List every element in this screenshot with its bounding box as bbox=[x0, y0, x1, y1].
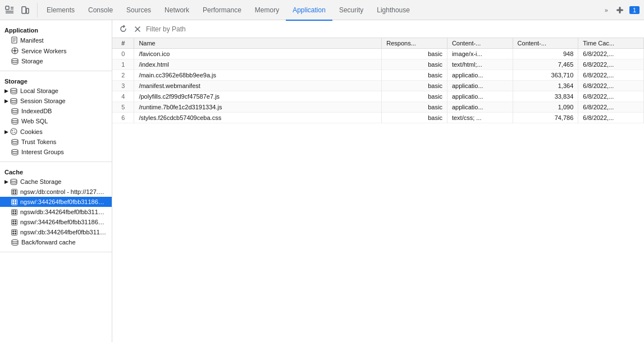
svg-rect-50 bbox=[15, 230, 16, 232]
cell-1-0: 1 bbox=[112, 59, 134, 70]
inspect-icon[interactable] bbox=[2, 3, 17, 17]
sidebar-item-2-2[interactable]: ngsw/:344264fbef0fbb311866c4d26f99f8ee bbox=[0, 197, 112, 207]
svg-point-26 bbox=[12, 149, 18, 151]
item-icon bbox=[11, 36, 17, 44]
table-row[interactable]: 0/favicon.icobasicimage/x-i...9486/8/202… bbox=[112, 49, 644, 59]
col-header-4: Content-... bbox=[513, 38, 578, 49]
tab-performance[interactable]: Performance bbox=[196, 1, 248, 21]
cell-4-2: basic bbox=[382, 91, 447, 102]
table-row[interactable]: 4/polyfills.c2f99d9cf47587e7.jsbasicappl… bbox=[112, 91, 644, 102]
sidebar-section-2: Cache▶Cache Storagengsw:/db:control - ht… bbox=[0, 162, 112, 252]
tab-memory[interactable]: Memory bbox=[248, 1, 286, 21]
cell-5-2: basic bbox=[382, 102, 447, 113]
table-row[interactable]: 6/styles.f26cdcb57409ceba.cssbasictext/c… bbox=[112, 113, 644, 123]
svg-rect-45 bbox=[15, 220, 16, 222]
tab-console[interactable]: Console bbox=[81, 1, 120, 21]
device-icon[interactable] bbox=[18, 3, 33, 17]
more-tabs-button[interactable]: » bbox=[600, 0, 613, 20]
sidebar-item-2-3[interactable]: ngsw/db:344264fbef0fbb311866c4d26f99f bbox=[0, 207, 112, 217]
sidebar-item-1-0[interactable]: ▶Local Storage bbox=[0, 86, 112, 96]
cell-2-4: 363,710 bbox=[513, 70, 578, 81]
cache-table: #NameRespons...Content-...Content-...Tim… bbox=[112, 38, 644, 342]
sidebar-item-label: ngsw/:344264fbef0fbb311866c4d26f99f8ee bbox=[20, 198, 107, 205]
cell-0-5: 6/8/2022,... bbox=[578, 49, 644, 59]
svg-rect-34 bbox=[12, 200, 14, 202]
sidebar-item-label: Web SQL bbox=[21, 118, 48, 124]
cell-4-1: /polyfills.c2f99d9cf47587e7.js bbox=[134, 91, 382, 102]
sidebar-item-1-5[interactable]: Trust Tokens bbox=[0, 137, 112, 147]
sidebar-item-1-6[interactable]: Interest Groups bbox=[0, 147, 112, 157]
arrow-icon: ▶ bbox=[4, 98, 8, 104]
item-icon bbox=[11, 47, 19, 54]
sidebar-item-label: ngsw/db:344264fbef0fbb311866c4d26f99f bbox=[20, 209, 107, 215]
refresh-button[interactable] bbox=[117, 23, 129, 35]
svg-rect-52 bbox=[15, 233, 16, 234]
item-icon bbox=[11, 199, 17, 205]
sidebar-section-title-0: Application bbox=[0, 25, 112, 35]
table-row[interactable]: 5/runtime.7b0fe1c2d3191334.jsbasicapplic… bbox=[112, 102, 644, 113]
filter-bar bbox=[112, 20, 644, 38]
cell-4-5: 6/8/2022,... bbox=[578, 91, 644, 102]
item-icon bbox=[11, 219, 17, 225]
item-icon bbox=[10, 98, 17, 104]
col-header-0: # bbox=[112, 38, 134, 49]
item-icon bbox=[11, 58, 19, 64]
tab-application[interactable]: Application bbox=[286, 1, 332, 21]
sidebar-item-0-2[interactable]: Storage bbox=[0, 56, 112, 66]
table-row[interactable]: 1/index.htmlbasictext/html;...7,4656/8/2… bbox=[112, 59, 644, 70]
tab-security[interactable]: Security bbox=[332, 1, 370, 21]
sidebar-item-1-2[interactable]: IndexedDB bbox=[0, 106, 112, 116]
sidebar: ApplicationManifestService WorkersStorag… bbox=[0, 20, 112, 342]
tab-network[interactable]: Network bbox=[158, 1, 196, 21]
svg-rect-37 bbox=[15, 202, 16, 204]
cell-0-2: basic bbox=[382, 49, 447, 59]
sidebar-item-2-6[interactable]: Back/forward cache bbox=[0, 237, 112, 247]
sidebar-item-label: Service Workers bbox=[21, 48, 66, 54]
tab-lighthouse[interactable]: Lighthouse bbox=[370, 1, 417, 21]
sidebar-sections: ApplicationManifestService WorkersStorag… bbox=[0, 20, 112, 252]
sidebar-item-1-3[interactable]: Web SQL bbox=[0, 116, 112, 126]
cell-6-2: basic bbox=[382, 113, 447, 123]
sidebar-item-2-1[interactable]: ngsw:/db:control - http://127.0.0.1:8080 bbox=[0, 187, 112, 197]
sidebar-item-label: Local Storage bbox=[20, 87, 58, 94]
arrow-icon: ▶ bbox=[4, 129, 8, 135]
svg-rect-30 bbox=[15, 190, 16, 192]
cell-1-4: 7,465 bbox=[513, 59, 578, 70]
table-row[interactable]: 3/manifest.webmanifestbasicapplicatio...… bbox=[112, 81, 644, 91]
sidebar-item-0-1[interactable]: Service Workers bbox=[0, 45, 112, 56]
item-icon bbox=[11, 139, 19, 145]
settings-icon[interactable] bbox=[613, 3, 627, 17]
sidebar-item-2-5[interactable]: ngsw/:db:344264fbef0fbb311866c4d26f99f bbox=[0, 227, 112, 237]
svg-point-25 bbox=[12, 139, 18, 141]
cell-6-3: text/css; ... bbox=[447, 113, 513, 123]
tab-sources[interactable]: Sources bbox=[120, 1, 158, 21]
svg-point-21 bbox=[12, 130, 13, 131]
filter-input[interactable] bbox=[146, 25, 640, 33]
svg-rect-39 bbox=[12, 210, 14, 212]
sidebar-item-1-4[interactable]: ▶Cookies bbox=[0, 126, 112, 137]
cell-3-4: 1,364 bbox=[513, 81, 578, 91]
table-row[interactable]: 2/main.cc3962e68bb9ee9a.jsbasicapplicati… bbox=[112, 70, 644, 81]
clear-button[interactable] bbox=[131, 23, 144, 35]
item-icon bbox=[10, 88, 17, 94]
sidebar-item-2-4[interactable]: ngsw/:344264fbef0fbb311866c4d26f99f8ee bbox=[0, 217, 112, 227]
arrow-icon: ▶ bbox=[4, 179, 8, 184]
sidebar-item-1-1[interactable]: ▶Session Storage bbox=[0, 96, 112, 106]
cell-3-5: 6/8/2022,... bbox=[578, 81, 644, 91]
cell-0-0: 0 bbox=[112, 49, 134, 59]
tab-elements[interactable]: Elements bbox=[40, 1, 81, 21]
sidebar-item-0-0[interactable]: Manifest bbox=[0, 35, 112, 45]
cell-0-1: /favicon.ico bbox=[134, 49, 382, 59]
main-layout: ApplicationManifestService WorkersStorag… bbox=[0, 20, 644, 342]
svg-point-22 bbox=[14, 130, 15, 131]
sidebar-section-0: ApplicationManifestService WorkersStorag… bbox=[0, 20, 112, 71]
cell-1-3: text/html;... bbox=[447, 59, 513, 70]
arrow-icon: ▶ bbox=[4, 88, 8, 94]
cell-5-5: 6/8/2022,... bbox=[578, 102, 644, 113]
svg-point-20 bbox=[11, 128, 17, 135]
item-icon bbox=[11, 108, 19, 114]
cell-6-4: 74,786 bbox=[513, 113, 578, 123]
sidebar-item-2-0[interactable]: ▶Cache Storage bbox=[0, 177, 112, 187]
cell-2-0: 2 bbox=[112, 70, 134, 81]
badge: 1 bbox=[629, 6, 640, 14]
